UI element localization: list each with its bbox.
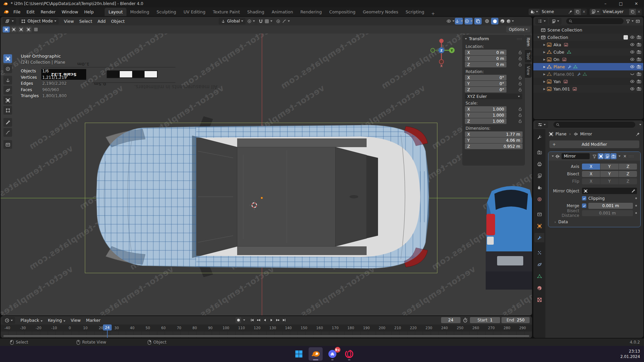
axis-x-button[interactable]: X — [582, 164, 600, 170]
tab-modeling[interactable]: Modeling — [126, 8, 153, 16]
outliner-row-collection[interactable]: ▼ Collection — [533, 34, 643, 41]
taskbar-blender-app[interactable] — [309, 347, 323, 361]
outliner-row-plane[interactable]: ▶ Plane — [533, 63, 643, 70]
overlays-dropdown[interactable] — [465, 18, 473, 24]
tool-rotate[interactable] — [3, 86, 12, 95]
scale-z-field[interactable]: Z1.000 — [465, 118, 506, 124]
outliner-row-scene-collection[interactable]: Scene Collection — [533, 26, 643, 34]
transform-panel-title[interactable]: Transform — [469, 37, 489, 41]
xray-toggle[interactable] — [474, 18, 482, 24]
delete-modifier-button[interactable]: × — [623, 154, 627, 159]
tab-animation[interactable]: Animation — [268, 8, 297, 16]
menu-help[interactable]: Help — [81, 9, 97, 14]
bisect-distance-field[interactable]: 0.001 m — [582, 210, 633, 216]
tab-tool[interactable] — [534, 132, 544, 142]
eyedropper-icon[interactable] — [631, 189, 635, 193]
prev-keyframe-button[interactable] — [256, 317, 261, 323]
lock-icon[interactable] — [518, 87, 522, 92]
view-layer-selector[interactable]: ViewLayer × — [590, 9, 642, 15]
lock-icon[interactable] — [518, 75, 522, 80]
select-mode-new-button[interactable] — [3, 26, 10, 33]
lock-icon[interactable] — [518, 107, 522, 111]
pivot-point-dropdown[interactable] — [247, 18, 255, 24]
rotation-x-field[interactable]: X0° — [465, 75, 506, 80]
timeline-menu-playback[interactable]: Playback — [18, 318, 45, 323]
timeline-scrollbar[interactable] — [3, 335, 529, 337]
viewport-display-toggle[interactable] — [604, 153, 610, 159]
bisect-z-button[interactable]: Z — [619, 171, 637, 177]
scale-x-field[interactable]: X1.000 — [465, 106, 506, 112]
snap-toggle[interactable] — [257, 18, 264, 24]
tool-cursor[interactable] — [3, 64, 12, 73]
camera-view-icon[interactable] — [448, 88, 454, 94]
outliner-row-plane001[interactable]: ▶ Plane.001 — [533, 70, 643, 78]
hidden-eye-closed-icon[interactable] — [630, 72, 635, 76]
playhead[interactable]: 24 — [103, 324, 112, 330]
hide-eye-icon[interactable] — [630, 35, 635, 40]
object-visibility-dropdown[interactable] — [446, 18, 454, 24]
sidebar-tab-tool[interactable]: Tool — [525, 50, 532, 62]
frame-end-field[interactable]: End250 — [501, 317, 530, 323]
select-mode-extend-button[interactable] — [10, 26, 17, 33]
taskbar-discord-app[interactable]: 9+ — [325, 347, 339, 361]
outliner-display-mode-dropdown[interactable] — [549, 18, 561, 24]
shading-rendered-button[interactable] — [506, 18, 514, 24]
editor-type-button[interactable] — [3, 18, 16, 24]
panel-drag-handle[interactable]: :::: — [517, 37, 522, 41]
collapse-chevron-icon[interactable] — [552, 156, 554, 157]
outliner-row-yan001[interactable]: ▶ Yan.001 — [533, 85, 643, 93]
proportional-falloff-dropdown[interactable] — [282, 18, 290, 24]
properties-options-chevron[interactable] — [639, 124, 641, 125]
flip-y-button[interactable]: Y — [600, 178, 619, 184]
hide-eye-icon[interactable] — [630, 57, 635, 62]
taskbar-clock[interactable]: 23:13 2.01.2024 — [620, 349, 640, 359]
tool-annotate[interactable] — [3, 118, 12, 127]
hide-eye-icon[interactable] — [630, 64, 635, 69]
outliner-filter-dropdown[interactable] — [626, 18, 634, 24]
navigation-gizmo[interactable]: Z Y X — [427, 37, 455, 69]
tab-physics[interactable] — [534, 260, 544, 269]
menu-window[interactable]: Window — [59, 9, 81, 14]
modifier-extras-chevron[interactable] — [619, 156, 621, 157]
taskbar-opera-app[interactable] — [342, 347, 356, 361]
breadcrumb-modifier[interactable]: Mirror — [580, 132, 592, 136]
mode-dropdown[interactable]: Object Mode — [19, 18, 59, 24]
shading-wireframe-button[interactable] — [483, 18, 491, 24]
flip-z-button[interactable]: Z — [619, 178, 637, 184]
lock-icon[interactable] — [518, 81, 522, 86]
expand-arrow-icon[interactable]: ▶ — [542, 51, 547, 54]
data-section-toggle[interactable]: ›Data — [554, 220, 640, 224]
sidebar-tab-item[interactable]: Item — [525, 35, 532, 49]
expand-arrow-icon[interactable]: ▶ — [542, 80, 547, 83]
new-collection-button[interactable] — [634, 18, 641, 24]
select-mode-invert-button[interactable] — [25, 26, 32, 33]
keying-chevron[interactable] — [243, 319, 245, 321]
expand-arrow-icon[interactable]: ▶ — [542, 87, 547, 90]
orientation-dropdown[interactable]: Global — [219, 18, 246, 24]
play-button[interactable] — [268, 317, 274, 323]
tab-shading[interactable]: Shading — [244, 8, 268, 16]
clipping-checkbox[interactable] — [582, 196, 586, 200]
render-camera-icon[interactable] — [637, 79, 641, 84]
render-camera-icon[interactable] — [637, 42, 641, 47]
shading-solid-button[interactable] — [491, 18, 498, 24]
outliner-row-yan[interactable]: ▶ Yan — [533, 78, 643, 85]
outliner-search-input[interactable] — [566, 18, 624, 24]
select-mode-intersect-button[interactable] — [32, 26, 39, 33]
tab-scene[interactable] — [534, 183, 544, 192]
scale-y-field[interactable]: Y1.000 — [465, 112, 506, 118]
rotation-y-field[interactable]: Y0° — [465, 81, 506, 86]
bisect-x-button[interactable]: X — [582, 171, 600, 177]
outliner-row-aka[interactable]: ▶ Aka — [533, 41, 643, 48]
menu-file[interactable]: File — [10, 9, 23, 14]
bisect-y-button[interactable]: Y — [600, 171, 619, 177]
expand-arrow-icon[interactable]: ▶ — [542, 65, 547, 68]
tab-material[interactable] — [534, 283, 544, 293]
animate-dot[interactable] — [635, 205, 637, 206]
hide-eye-icon[interactable] — [630, 42, 635, 47]
merge-threshold-field[interactable]: 0.001 m — [588, 203, 633, 209]
viewport-menu-add[interactable]: Add — [95, 19, 108, 24]
timeline-editor-type-button[interactable] — [2, 317, 15, 324]
snap-target-dropdown[interactable] — [265, 18, 272, 24]
outliner-row-on[interactable]: ▶ On — [533, 56, 643, 63]
